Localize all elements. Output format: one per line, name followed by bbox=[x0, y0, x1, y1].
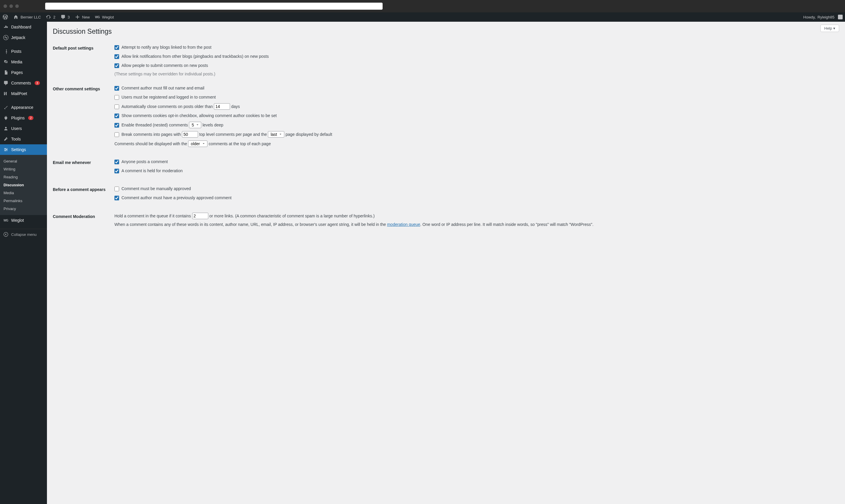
checkbox-allow-comments[interactable] bbox=[114, 64, 119, 68]
option-require-registration[interactable]: Users must be registered and logged in t… bbox=[114, 94, 836, 100]
checkbox-require-registration[interactable] bbox=[114, 95, 119, 100]
submenu-permalinks[interactable]: Permalinks bbox=[0, 197, 47, 205]
sidebar-label: MailPoet bbox=[11, 91, 27, 96]
user-account-link[interactable]: Howdy, Ryleigh85 bbox=[801, 12, 845, 22]
page-title: Discussion Settings bbox=[53, 22, 839, 40]
option-max-links: Hold a comment in the queue if it contai… bbox=[114, 213, 836, 219]
option-anyone-posts[interactable]: Anyone posts a comment bbox=[114, 159, 836, 165]
sidebar-label: Posts bbox=[11, 49, 21, 54]
new-content-link[interactable]: New bbox=[72, 12, 92, 22]
updates-count: 2 bbox=[53, 15, 55, 19]
checkbox-cookies-optin[interactable] bbox=[114, 113, 119, 118]
minimize-window[interactable] bbox=[10, 4, 13, 8]
sidebar-item-media[interactable]: Media bbox=[0, 57, 47, 67]
collapse-menu-button[interactable]: Collapse menu bbox=[0, 229, 47, 240]
mailpoet-icon bbox=[3, 91, 9, 96]
input-max-links[interactable] bbox=[192, 213, 208, 219]
checkbox-attempt-notify[interactable] bbox=[114, 45, 119, 50]
chevron-down-icon: ▾ bbox=[833, 26, 835, 31]
option-pagination[interactable]: Break comments into pages with top level… bbox=[114, 131, 836, 138]
sidebar-label: Jetpack bbox=[11, 35, 25, 40]
checkbox-threaded[interactable] bbox=[114, 123, 119, 128]
settings-submenu: General Writing Reading Discussion Media… bbox=[0, 155, 47, 215]
wp-logo[interactable] bbox=[0, 12, 11, 22]
submenu-media[interactable]: Media bbox=[0, 189, 47, 197]
input-close-days[interactable] bbox=[214, 103, 230, 110]
sidebar-item-weglot[interactable]: WG Weglot bbox=[0, 215, 47, 226]
select-order[interactable]: older bbox=[188, 141, 208, 147]
sidebar-item-comments[interactable]: Comments 3 bbox=[0, 78, 47, 88]
checkbox-allow-pingback[interactable] bbox=[114, 54, 119, 59]
submenu-general[interactable]: General bbox=[0, 157, 47, 165]
comments-link[interactable]: 3 bbox=[58, 12, 72, 22]
sidebar-item-posts[interactable]: Posts bbox=[0, 46, 47, 57]
moderation-queue-link[interactable]: moderation queue bbox=[387, 222, 420, 227]
sidebar-label: Pages bbox=[11, 70, 23, 75]
dashboard-icon bbox=[3, 24, 9, 30]
sidebar-item-users[interactable]: Users bbox=[0, 123, 47, 134]
submenu-writing[interactable]: Writing bbox=[0, 165, 47, 173]
site-name-link[interactable]: Bernier LLC bbox=[11, 12, 43, 22]
checkbox-prev-approved[interactable] bbox=[114, 196, 119, 200]
select-thread-levels[interactable]: 5 bbox=[189, 122, 201, 128]
option-manual-approve[interactable]: Comment must be manually approved bbox=[114, 186, 836, 192]
sidebar-item-tools[interactable]: Tools bbox=[0, 134, 47, 144]
weglot-icon: WG bbox=[94, 14, 100, 20]
traffic-lights bbox=[3, 4, 19, 8]
select-default-page[interactable]: last bbox=[268, 131, 284, 138]
option-allow-comments[interactable]: Allow people to submit comments on new p… bbox=[114, 62, 836, 69]
sidebar-item-jetpack[interactable]: Jetpack bbox=[0, 32, 47, 43]
submenu-reading[interactable]: Reading bbox=[0, 173, 47, 181]
checkbox-held-moderation[interactable] bbox=[114, 169, 119, 174]
option-attempt-notify[interactable]: Attempt to notify any blogs linked to fr… bbox=[114, 44, 836, 51]
override-note: (These settings may be overridden for in… bbox=[114, 72, 836, 76]
sidebar-label: Users bbox=[11, 126, 22, 131]
help-tab-button[interactable]: Help ▾ bbox=[820, 25, 839, 32]
sidebar-item-settings[interactable]: Settings bbox=[0, 144, 47, 155]
howdy-prefix: Howdy, bbox=[803, 15, 816, 19]
checkbox-manual-approve[interactable] bbox=[114, 186, 119, 191]
wrench-icon bbox=[3, 136, 9, 142]
checkbox-anyone-posts[interactable] bbox=[114, 160, 119, 164]
sidebar-item-pages[interactable]: Pages bbox=[0, 67, 47, 78]
section-before-appears: Before a comment appears bbox=[53, 181, 111, 208]
maximize-window[interactable] bbox=[15, 4, 19, 8]
checkbox-require-name[interactable] bbox=[114, 86, 119, 91]
user-icon bbox=[3, 126, 9, 131]
site-name-label: Bernier LLC bbox=[20, 15, 41, 19]
collapse-label: Collapse menu bbox=[11, 232, 37, 237]
browser-chrome bbox=[0, 0, 845, 12]
checkbox-close-old[interactable] bbox=[114, 105, 119, 109]
sidebar-label: Dashboard bbox=[11, 25, 31, 29]
submenu-privacy[interactable]: Privacy bbox=[0, 205, 47, 213]
sidebar-item-appearance[interactable]: Appearance bbox=[0, 102, 47, 113]
weglot-link[interactable]: WG Weglot bbox=[92, 12, 116, 22]
sidebar-label: Appearance bbox=[11, 105, 33, 110]
plus-icon bbox=[74, 14, 80, 20]
sidebar-item-mailpoet[interactable]: MailPoet bbox=[0, 88, 47, 99]
updates-link[interactable]: 2 bbox=[43, 12, 57, 22]
option-close-old[interactable]: Automatically close comments on posts ol… bbox=[114, 103, 836, 110]
sidebar-label: Comments bbox=[11, 81, 31, 85]
plugins-badge: 2 bbox=[28, 116, 33, 120]
section-other-comment: Other comment settings bbox=[53, 81, 111, 154]
option-threaded[interactable]: Enable threaded (nested) comments 5 leve… bbox=[114, 122, 836, 128]
input-per-page[interactable] bbox=[182, 131, 198, 138]
option-require-name[interactable]: Comment author must fill out name and em… bbox=[114, 85, 836, 91]
url-bar[interactable] bbox=[45, 3, 383, 10]
option-cookies-optin[interactable]: Show comments cookies opt-in checkbox, a… bbox=[114, 113, 836, 119]
sidebar-item-plugins[interactable]: Plugins 2 bbox=[0, 113, 47, 123]
option-allow-pingback[interactable]: Allow link notifications from other blog… bbox=[114, 53, 836, 59]
comment-icon bbox=[60, 14, 66, 20]
weglot-sidebar-icon: WG bbox=[3, 217, 9, 223]
option-held-moderation[interactable]: A comment is held for moderation bbox=[114, 168, 836, 174]
checkbox-pagination[interactable] bbox=[114, 132, 119, 137]
admin-bar: Bernier LLC 2 3 New WG Weglot Howdy, Ryl… bbox=[0, 12, 845, 22]
comments-badge: 3 bbox=[35, 81, 40, 85]
pages-icon bbox=[3, 70, 9, 75]
svg-point-0 bbox=[3, 35, 8, 40]
submenu-discussion[interactable]: Discussion bbox=[0, 181, 47, 189]
option-prev-approved[interactable]: Comment author must have a previously ap… bbox=[114, 195, 836, 201]
close-window[interactable] bbox=[3, 4, 7, 8]
sidebar-item-dashboard[interactable]: Dashboard bbox=[0, 22, 47, 32]
